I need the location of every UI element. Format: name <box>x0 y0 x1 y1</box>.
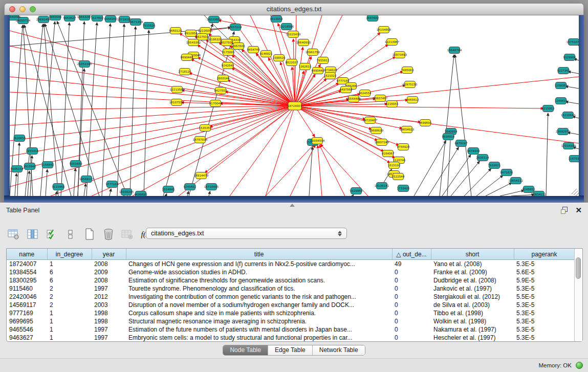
citation-edge-black[interactable] <box>163 24 213 196</box>
network-node[interactable]: 16033809 <box>207 16 222 23</box>
table-cell[interactable]: 0 <box>392 334 431 341</box>
table-cell[interactable]: 5.3E-5 <box>514 260 574 269</box>
citation-edge-red[interactable] <box>10 106 295 187</box>
table-scrollbar-thumb[interactable] <box>576 257 581 279</box>
canvas-resize-grip-icon[interactable] <box>576 193 579 196</box>
table-cell[interactable]: 19384554 <box>7 268 47 276</box>
network-node[interactable]: 9474444 <box>467 148 480 155</box>
table-cell[interactable]: 22420046 <box>7 293 47 301</box>
citation-edge-black[interactable] <box>500 190 524 196</box>
network-node[interactable]: 12213967 <box>385 39 400 46</box>
table-cell[interactable]: Estimation of the future numbers of pati… <box>126 325 392 334</box>
citation-edge-black[interactable] <box>464 168 491 196</box>
table-cell[interactable]: 2008 <box>92 276 126 285</box>
network-node[interactable]: 8471676 <box>500 169 513 176</box>
close-panel-icon[interactable]: ✕ <box>575 207 582 213</box>
network-node[interactable]: 6216055 <box>386 101 399 107</box>
table-cell[interactable]: 2 <box>47 301 92 309</box>
table-cell[interactable]: 5.9E-5 <box>514 276 574 285</box>
table-cell[interactable]: Disruption of a novel member of a sodium… <box>126 301 392 309</box>
table-selector[interactable]: citations_edges.txt <box>146 228 347 239</box>
table-row[interactable]: 1830029562008Estimation of significance … <box>7 276 574 285</box>
table-cell[interactable]: Embryonic stem cells: a model to study s… <box>126 334 392 341</box>
network-node[interactable]: 8938914 <box>442 134 455 140</box>
table-cell[interactable]: 2003 <box>92 301 126 309</box>
row-height-button[interactable] <box>64 228 77 241</box>
network-node[interactable]: 21053346 <box>77 61 92 68</box>
network-node[interactable]: 1209382 <box>555 82 568 89</box>
citation-edge-black[interactable] <box>414 141 446 196</box>
column-header-pagerank[interactable]: pagerank <box>514 249 574 260</box>
delete-column-button[interactable] <box>102 228 115 241</box>
table-row[interactable]: 977716911998Corpus callosum shape and si… <box>7 309 574 317</box>
citation-edge-black[interactable] <box>546 113 548 196</box>
table-cell[interactable]: 1997 <box>92 325 126 334</box>
network-node[interactable]: 2620655 <box>13 135 26 142</box>
citation-edge-red[interactable] <box>295 75 315 106</box>
network-node[interactable]: 8454749 <box>247 47 260 53</box>
network-node[interactable]: 2522544 <box>392 173 405 180</box>
network-node[interactable]: 1362615 <box>299 63 312 70</box>
citation-edge-black[interactable] <box>565 86 579 89</box>
network-node[interactable]: 16154808 <box>377 27 391 33</box>
network-node[interactable]: 16648784 <box>447 47 462 54</box>
citation-edge-red[interactable] <box>318 145 322 196</box>
network-node[interactable]: 12213589 <box>170 86 185 93</box>
network-node[interactable]: 14569117 <box>79 176 94 183</box>
network-node[interactable]: 17016504 <box>561 143 576 149</box>
column-header-year[interactable]: year <box>92 249 126 260</box>
network-node[interactable]: 7857224 <box>229 24 242 31</box>
table-cell[interactable]: Tibbo et al. (1998) <box>431 309 514 317</box>
network-node[interactable]: 1588520 <box>273 55 286 61</box>
network-node[interactable]: 9184067 <box>382 150 395 157</box>
select-columns-button[interactable] <box>45 228 58 241</box>
table-cell[interactable]: 0 <box>392 301 431 309</box>
network-node[interactable]: 20564486 <box>346 96 361 102</box>
column-header-name[interactable]: name <box>7 249 47 260</box>
network-node[interactable]: 9170044 <box>209 100 222 107</box>
table-cell[interactable]: 5.5E-5 <box>514 293 574 301</box>
table-cell[interactable]: Nakamura et al. (1997) <box>431 325 514 334</box>
citation-edge-red[interactable] <box>295 106 543 108</box>
network-node[interactable]: 9463627 <box>63 15 76 21</box>
network-node[interactable]: 12975150 <box>403 81 418 88</box>
table-cell[interactable]: 5.3E-5 <box>514 301 574 309</box>
table-cell[interactable]: 1998 <box>92 309 126 317</box>
citation-edge-black[interactable] <box>353 194 354 196</box>
network-node[interactable]: 3915940 <box>24 163 36 170</box>
window-titlebar[interactable]: citations_edges.txt <box>4 3 584 15</box>
citation-edge-black[interactable] <box>447 136 451 196</box>
network-node[interactable]: 8990448 <box>312 68 324 74</box>
network-node[interactable]: 9699695 <box>419 120 432 126</box>
network-node[interactable]: 6479197 <box>455 140 468 147</box>
network-node[interactable]: 10973493 <box>393 52 407 58</box>
network-node[interactable]: 18787834 <box>193 137 208 143</box>
table-cell[interactable]: 0 <box>392 285 431 293</box>
network-node[interactable]: 1514845 <box>162 186 175 193</box>
network-node[interactable]: 1955416 <box>26 148 39 155</box>
table-scrollbar[interactable] <box>574 249 582 341</box>
table-cell[interactable]: 0 <box>392 309 431 317</box>
citation-edge-red[interactable] <box>10 77 295 106</box>
citation-edge-black[interactable] <box>86 23 97 196</box>
table-cell[interactable]: 2008 <box>92 260 126 269</box>
network-node[interactable]: 9329966 <box>350 188 363 194</box>
network-canvas[interactable]: 1872400724055724206914069465546946362710… <box>10 15 579 196</box>
citation-edge-red[interactable] <box>295 106 315 137</box>
network-node[interactable]: 10543382 <box>186 39 201 46</box>
network-node[interactable]: 13325419 <box>286 31 301 38</box>
network-node[interactable]: 9227342 <box>557 68 570 74</box>
citation-edge-red[interactable] <box>189 73 295 106</box>
table-row[interactable]: 1872400712008Changes of HCN gene express… <box>7 260 574 269</box>
network-node[interactable]: 2718126 <box>179 69 191 75</box>
column-header-in_degree[interactable]: in_degree <box>47 249 92 260</box>
network-node[interactable]: 1244415 <box>555 98 568 104</box>
network-node[interactable]: 10688639 <box>369 127 384 134</box>
table-cell[interactable]: Corpus callosum shape and size in male p… <box>126 309 392 317</box>
network-node[interactable]: 9505154 <box>11 166 24 172</box>
table-cell[interactable]: Investigating the contribution of common… <box>126 293 392 301</box>
network-node[interactable]: 16961758 <box>306 49 320 56</box>
citation-edge-black[interactable] <box>511 194 534 196</box>
table-cell[interactable]: 1 <box>47 309 92 317</box>
table-row[interactable]: 2242004622012Investigating the contribut… <box>7 293 574 301</box>
